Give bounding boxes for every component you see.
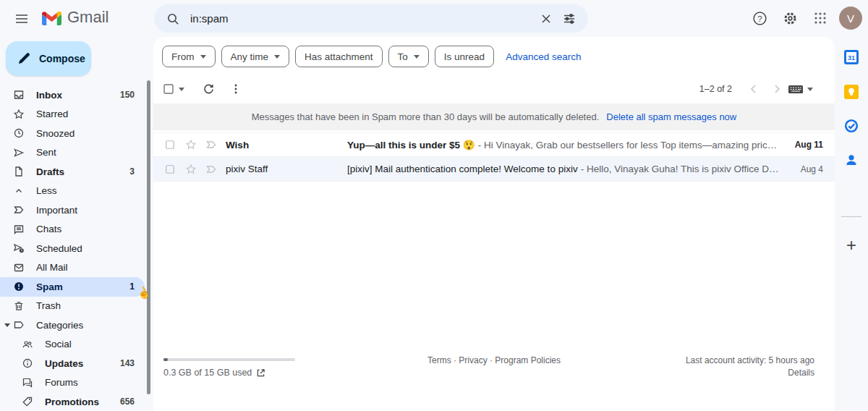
- sidebar-item-less[interactable]: Less: [0, 182, 145, 201]
- older-page-icon[interactable]: [767, 79, 787, 99]
- chevron-down-icon: [274, 55, 280, 59]
- get-add-ons-icon[interactable]: +: [840, 234, 863, 257]
- input-tools-keyboard-icon[interactable]: [788, 83, 813, 95]
- sidebar-item-chats[interactable]: Chats: [0, 220, 145, 240]
- filter-chip-is-unread[interactable]: Is unread: [435, 46, 494, 67]
- mail-list-panel: From Any time Has attachment To Is unrea…: [153, 37, 835, 411]
- all-mail-icon: [13, 262, 25, 274]
- collapse-triangle-icon[interactable]: [4, 323, 10, 327]
- chevron-down-icon: [200, 55, 206, 59]
- settings-gear-icon[interactable]: [778, 7, 801, 30]
- email-snippet: - Hi Vinayak, Grab our bestsellers for l…: [478, 140, 781, 151]
- info-icon: [22, 357, 33, 369]
- sidebar-item-scheduled[interactable]: Scheduled: [0, 239, 145, 258]
- clear-search-icon[interactable]: [535, 7, 558, 30]
- sidebar-item-categories[interactable]: Categories: [0, 315, 145, 335]
- sidebar-item-drafts[interactable]: Drafts3: [0, 162, 145, 182]
- newer-page-icon[interactable]: [744, 79, 764, 99]
- sidebar-item-social[interactable]: Social: [0, 335, 145, 355]
- advanced-search-link[interactable]: Advanced search: [506, 51, 581, 62]
- inbox-icon: [13, 89, 25, 101]
- search-bar[interactable]: [154, 4, 588, 33]
- email-date: Aug 11: [781, 140, 823, 150]
- star-icon: [13, 109, 25, 120]
- row-important-icon[interactable]: [205, 139, 226, 151]
- compose-button[interactable]: Compose: [6, 41, 91, 76]
- top-bar: Gmail ? V: [0, 0, 868, 37]
- calendar-icon[interactable]: 31: [840, 46, 863, 69]
- select-all-checkbox[interactable]: [162, 77, 185, 101]
- select-dropdown-icon[interactable]: [179, 88, 184, 91]
- sidebar-item-sent[interactable]: Sent: [0, 143, 145, 163]
- row-checkbox[interactable]: [165, 164, 185, 174]
- chevron-down-icon: [807, 88, 813, 91]
- search-input[interactable]: [190, 12, 535, 25]
- tasks-icon[interactable]: [840, 114, 863, 137]
- sidebar-scrollbar[interactable]: [147, 80, 150, 394]
- categories-label-icon: [13, 319, 25, 331]
- filter-chip-has-attachment[interactable]: Has attachment: [295, 46, 383, 67]
- sidebar-item-spam[interactable]: Spam1: [0, 277, 145, 297]
- spam-icon: [13, 281, 25, 292]
- pagination-label: 1–2 of 2: [699, 84, 732, 94]
- topbar-actions: ? V: [748, 7, 862, 30]
- people-icon: [22, 339, 33, 350]
- sidebar-item-snoozed[interactable]: Snoozed: [0, 124, 145, 143]
- important-label-icon: [13, 204, 25, 216]
- svg-text:31: 31: [848, 54, 855, 62]
- contacts-icon[interactable]: [840, 148, 863, 171]
- email-row-wish[interactable]: Wish Yup—all this is under $5 😲 - Hi Vin…: [153, 132, 835, 157]
- sidebar-item-important[interactable]: Important: [0, 200, 145, 220]
- sidebar-item-trash[interactable]: Trash: [0, 297, 145, 316]
- row-star-icon[interactable]: [185, 139, 205, 151]
- row-important-icon[interactable]: [205, 164, 226, 175]
- sidebar-item-updates[interactable]: Updates143: [0, 354, 145, 373]
- draft-icon: [13, 166, 25, 177]
- chat-icon: [13, 224, 25, 235]
- filter-chip-to[interactable]: To: [388, 46, 429, 67]
- row-checkbox[interactable]: [165, 140, 185, 150]
- main-menu-icon[interactable]: [12, 9, 32, 29]
- help-icon[interactable]: ?: [748, 7, 771, 30]
- search-options-icon[interactable]: [558, 7, 581, 30]
- hamburger-icon: [15, 12, 28, 25]
- send-icon: [13, 147, 25, 158]
- details-link[interactable]: Details: [788, 368, 814, 378]
- delete-all-spam-link[interactable]: Delete all spam messages now: [606, 111, 736, 122]
- sidebar-item-inbox[interactable]: Inbox150: [0, 85, 145, 105]
- filter-chip-any-time[interactable]: Any time: [221, 46, 290, 67]
- search-icon[interactable]: [161, 7, 184, 30]
- email-sender: Wish: [226, 140, 347, 151]
- more-options-icon[interactable]: [224, 77, 247, 101]
- spam-notice-banner: Messages that have been in Spam more tha…: [153, 103, 835, 130]
- email-subject: [pixiv] Mail authentication complete! We…: [347, 164, 578, 174]
- spam-notice-text: Messages that have been in Spam more tha…: [252, 111, 600, 122]
- sidebar-item-promotions[interactable]: Promotions656: [0, 392, 145, 411]
- email-row-pixiv[interactable]: pixiv Staff [pixiv] Mail authentication …: [153, 157, 835, 182]
- refresh-icon[interactable]: [197, 77, 220, 101]
- account-avatar[interactable]: V: [839, 7, 862, 30]
- list-footer: 0.3 GB of 15 GB used Terms · Privacy · P…: [153, 349, 835, 411]
- filter-chip-from[interactable]: From: [162, 46, 216, 67]
- forums-icon: [22, 377, 33, 389]
- sidebar-item-starred[interactable]: Starred: [0, 105, 145, 124]
- tag-icon: [22, 396, 33, 407]
- email-subject: Yup—all this is under $5 😲: [347, 139, 475, 151]
- sidebar: Compose Inbox150 Starred Snoozed Sent Dr…: [0, 37, 153, 411]
- email-date: Aug 4: [781, 164, 823, 174]
- google-apps-icon[interactable]: [809, 7, 832, 30]
- sidebar-item-all-mail[interactable]: All Mail: [0, 258, 145, 278]
- pencil-icon: [17, 52, 30, 65]
- row-star-icon[interactable]: [185, 164, 205, 175]
- keep-icon[interactable]: [840, 80, 863, 103]
- search-filter-chips: From Any time Has attachment To Is unrea…: [162, 46, 581, 67]
- list-toolbar: 1–2 of 2: [162, 75, 826, 103]
- svg-text:?: ?: [757, 14, 762, 22]
- sidebar-item-forums[interactable]: Forums: [0, 373, 145, 393]
- app-name: Gmail: [67, 8, 109, 27]
- gmail-logo[interactable]: Gmail: [42, 8, 109, 27]
- side-panel-rail: 31 +: [835, 37, 868, 411]
- gmail-m-icon: [42, 10, 61, 25]
- sidebar-nav: Inbox150 Starred Snoozed Sent Drafts3 Le…: [0, 85, 145, 411]
- open-in-new-icon[interactable]: [256, 368, 265, 378]
